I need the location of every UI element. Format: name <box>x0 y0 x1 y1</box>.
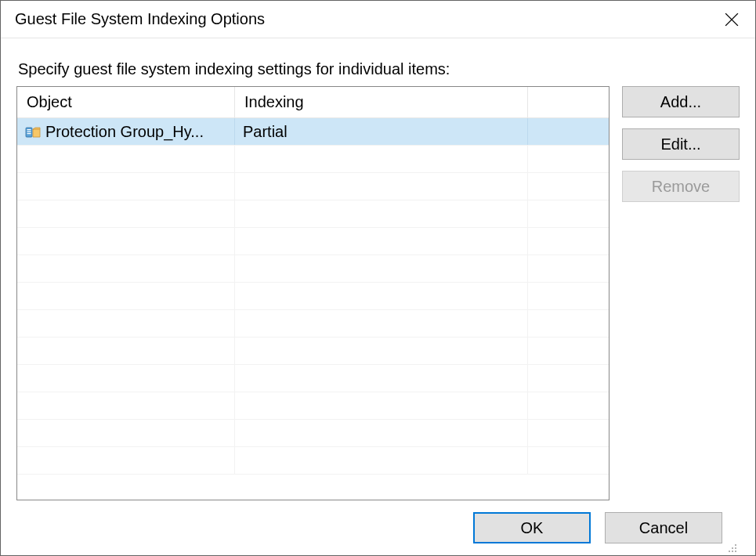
cell-object <box>17 173 235 200</box>
column-header-object[interactable]: Object <box>17 87 235 117</box>
cell-object <box>17 228 235 255</box>
svg-point-11 <box>735 551 736 552</box>
table-row[interactable] <box>17 200 609 228</box>
table-row[interactable] <box>17 173 609 200</box>
table-row[interactable] <box>17 338 609 365</box>
cell-indexing <box>235 200 528 227</box>
cell-indexing <box>235 365 528 392</box>
cell-object <box>17 146 235 172</box>
cell-object <box>17 420 235 446</box>
table-row[interactable] <box>17 420 609 447</box>
client-area: Specify guest file system indexing setti… <box>1 38 755 555</box>
edit-button[interactable]: Edit... <box>622 128 740 160</box>
column-header-indexing[interactable]: Indexing <box>235 87 528 117</box>
svg-rect-5 <box>27 133 31 134</box>
cell-indexing <box>235 420 528 446</box>
cell-spacer <box>528 338 609 364</box>
cell-spacer <box>528 283 609 309</box>
add-button[interactable]: Add... <box>622 86 740 117</box>
dialog-window: Guest File System Indexing Options Speci… <box>0 0 756 556</box>
indexing-label: Partial <box>243 123 288 141</box>
cell-indexing <box>235 338 528 364</box>
side-button-stack: Add... Edit... Remove <box>622 86 740 500</box>
cell-indexing <box>235 447 528 474</box>
cell-indexing <box>235 228 528 255</box>
cell-spacer <box>528 173 609 200</box>
table-row[interactable] <box>17 365 609 392</box>
table-row[interactable] <box>17 146 609 173</box>
svg-point-10 <box>732 551 733 552</box>
cell-object <box>17 338 235 364</box>
cell-spacer <box>528 392 609 419</box>
cell-spacer <box>528 447 609 474</box>
cancel-button[interactable]: Cancel <box>605 512 722 543</box>
cell-object <box>17 365 235 392</box>
cell-spacer <box>528 365 609 392</box>
cell-indexing <box>235 283 528 309</box>
table-row[interactable] <box>17 447 609 475</box>
dialog-footer: OK Cancel <box>16 500 740 555</box>
cell-object <box>17 255 235 282</box>
table-row[interactable] <box>17 392 609 420</box>
cell-indexing <box>235 173 528 200</box>
cell-object <box>17 200 235 227</box>
svg-point-9 <box>729 551 730 552</box>
cell-spacer <box>528 228 609 255</box>
svg-rect-4 <box>27 132 31 132</box>
table-body: Protection Group_Hy...Partial <box>17 118 609 500</box>
close-button[interactable] <box>708 1 755 38</box>
table-row[interactable] <box>17 228 609 255</box>
items-table[interactable]: Object Indexing Protection Group_Hy...Pa… <box>16 86 610 500</box>
table-row[interactable] <box>17 283 609 310</box>
cell-object <box>17 283 235 309</box>
cell-indexing <box>235 392 528 419</box>
resize-grip-icon[interactable] <box>726 542 737 553</box>
close-icon <box>725 13 739 27</box>
cell-object <box>17 392 235 419</box>
cell-object: Protection Group_Hy... <box>17 118 235 145</box>
cell-indexing: Partial <box>235 118 528 145</box>
cell-spacer <box>528 420 609 446</box>
cell-spacer <box>528 200 609 227</box>
cell-object <box>17 310 235 337</box>
object-label: Protection Group_Hy... <box>45 123 204 141</box>
ok-button[interactable]: OK <box>473 512 591 543</box>
cell-indexing <box>235 146 528 172</box>
cell-spacer <box>528 310 609 337</box>
remove-button[interactable]: Remove <box>622 171 740 202</box>
cell-spacer <box>528 146 609 172</box>
table-row[interactable]: Protection Group_Hy...Partial <box>17 118 609 146</box>
cell-object <box>17 447 235 474</box>
svg-rect-2 <box>26 128 32 137</box>
cell-indexing <box>235 310 528 337</box>
protection-group-icon <box>25 124 41 139</box>
body-row: Object Indexing Protection Group_Hy...Pa… <box>16 86 740 500</box>
cell-spacer <box>528 118 609 145</box>
svg-point-6 <box>735 544 736 546</box>
dialog-title: Guest File System Indexing Options <box>15 10 708 28</box>
svg-rect-3 <box>27 129 31 130</box>
titlebar: Guest File System Indexing Options <box>1 1 755 38</box>
column-header-spacer <box>528 87 609 117</box>
svg-point-7 <box>732 547 733 549</box>
svg-point-8 <box>735 547 736 549</box>
table-header: Object Indexing <box>17 87 609 118</box>
table-row[interactable] <box>17 255 609 283</box>
table-row[interactable] <box>17 310 609 338</box>
cell-spacer <box>528 255 609 282</box>
cell-indexing <box>235 255 528 282</box>
instruction-label: Specify guest file system indexing setti… <box>18 60 736 78</box>
